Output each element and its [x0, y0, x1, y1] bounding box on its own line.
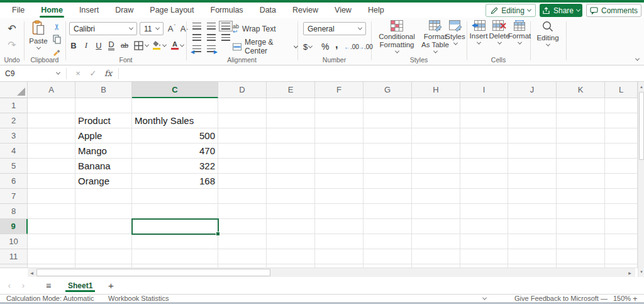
row-header-2[interactable]: 2 [0, 113, 28, 128]
horizontal-scrollbar[interactable]: ◀ ▶ [28, 268, 635, 277]
column-header-l[interactable]: L [605, 82, 638, 98]
column-header-k[interactable]: K [557, 82, 605, 98]
column-header-i[interactable]: I [460, 82, 508, 98]
cell-A8[interactable] [28, 204, 75, 219]
ribbon-tab-help[interactable]: Help [360, 3, 392, 18]
cell-A2[interactable] [28, 113, 75, 128]
align-left-button[interactable] [190, 32, 204, 43]
cell-L6[interactable] [605, 174, 638, 189]
column-header-b[interactable]: B [75, 82, 132, 98]
underline-button[interactable]: U [93, 39, 104, 52]
confirm-entry-button[interactable]: ✓ [86, 69, 101, 78]
increase-decimal-button[interactable]: ←.00 [344, 40, 359, 53]
align-right-button[interactable] [219, 32, 233, 43]
cell-L7[interactable] [605, 189, 638, 204]
row-header-7[interactable]: 7 [0, 189, 28, 204]
ribbon-tab-insert[interactable]: Insert [71, 3, 107, 18]
scroll-right-icon[interactable]: ▶ [626, 268, 634, 277]
cell-K9[interactable] [557, 219, 605, 234]
column-header-g[interactable]: G [364, 82, 412, 98]
cell-H10[interactable] [412, 234, 460, 249]
cell-L5[interactable] [605, 159, 638, 174]
cell-I4[interactable] [460, 144, 508, 159]
cell-A10[interactable] [28, 234, 75, 249]
cell-J2[interactable] [508, 113, 557, 128]
cell-C7[interactable] [132, 189, 218, 204]
cell-F8[interactable] [315, 204, 364, 219]
editing-menu-button[interactable]: Editing [535, 20, 560, 47]
status-options-chevron-icon[interactable] [482, 296, 487, 300]
cell-F11[interactable] [315, 249, 364, 264]
cell-G5[interactable] [364, 159, 412, 174]
cell-D6[interactable] [218, 174, 267, 189]
cell-D5[interactable] [218, 159, 267, 174]
cancel-entry-button[interactable]: × [70, 69, 86, 78]
cell-I6[interactable] [460, 174, 508, 189]
cell-H5[interactable] [412, 159, 460, 174]
cell-K10[interactable] [557, 234, 605, 249]
cell-C3[interactable]: 500 [132, 128, 218, 144]
cell-E7[interactable] [267, 189, 315, 204]
vertical-scrollbar-thumb[interactable] [639, 92, 644, 160]
cell-E4[interactable] [267, 144, 315, 159]
fill-color-button[interactable] [151, 39, 167, 52]
cell-F10[interactable] [315, 234, 364, 249]
format-cells-button[interactable]: Format [509, 20, 530, 45]
cell-H9[interactable] [412, 219, 460, 234]
cell-F2[interactable] [315, 113, 364, 128]
cell-A7[interactable] [28, 189, 75, 204]
cell-J1[interactable] [508, 98, 557, 113]
cell-E10[interactable] [267, 234, 315, 249]
fill-handle[interactable] [216, 232, 220, 236]
all-sheets-menu-icon[interactable]: ≡ [39, 281, 58, 291]
name-box[interactable]: C9 [0, 65, 66, 81]
cell-G2[interactable] [364, 113, 412, 128]
cell-B2[interactable]: Product [75, 113, 132, 128]
delete-cells-button[interactable]: Delete [489, 20, 509, 45]
cell-I11[interactable] [460, 249, 508, 264]
active-cell-selection[interactable] [131, 218, 219, 235]
cell-H8[interactable] [412, 204, 460, 219]
ribbon-tab-page-layout[interactable]: Page Layout [142, 3, 202, 18]
cell-H2[interactable] [412, 113, 460, 128]
align-middle-button[interactable] [204, 21, 218, 31]
cell-B5[interactable]: Banana [75, 159, 132, 174]
cell-D1[interactable] [218, 98, 267, 113]
cell-C1[interactable] [132, 98, 218, 113]
cell-J4[interactable] [508, 144, 557, 159]
scroll-down-icon[interactable]: ▼ [638, 267, 644, 276]
cell-K7[interactable] [557, 189, 605, 204]
cell-J9[interactable] [508, 219, 557, 234]
cell-G1[interactable] [364, 98, 412, 113]
number-format-select[interactable]: General [303, 22, 366, 35]
row-header-6[interactable]: 6 [0, 174, 28, 189]
cell-G7[interactable] [364, 189, 412, 204]
ribbon-tab-review[interactable]: Review [284, 3, 326, 18]
row-header-10[interactable]: 10 [0, 234, 28, 249]
cell-J8[interactable] [508, 204, 557, 219]
cell-E5[interactable] [267, 159, 315, 174]
cell-I5[interactable] [460, 159, 508, 174]
previous-sheet-icon[interactable]: ‹ [3, 281, 16, 290]
conditional-formatting-button[interactable]: Conditional Formatting [374, 20, 420, 53]
scroll-left-icon[interactable]: ◀ [28, 268, 36, 277]
cell-H7[interactable] [412, 189, 460, 204]
cell-L9[interactable] [605, 219, 638, 234]
cell-C2[interactable]: Monthly Sales [132, 113, 218, 128]
ribbon-tab-view[interactable]: View [326, 3, 360, 18]
cell-I9[interactable] [460, 219, 508, 234]
row-header-9[interactable]: 9 [0, 219, 28, 234]
borders-button[interactable] [133, 39, 149, 52]
font-size-select[interactable]: 11 [140, 22, 164, 35]
cell-G6[interactable] [364, 174, 412, 189]
cell-K8[interactable] [557, 204, 605, 219]
cell-J3[interactable] [508, 128, 557, 144]
share-button[interactable]: Share [540, 4, 582, 17]
cell-L8[interactable] [605, 204, 638, 219]
cell-J11[interactable] [508, 249, 557, 264]
row-header-11[interactable]: 11 [0, 249, 28, 264]
cell-D10[interactable] [218, 234, 267, 249]
italic-button[interactable]: I [80, 39, 92, 52]
editing-mode-button[interactable]: Editing [486, 4, 536, 17]
cell-B9[interactable] [75, 219, 132, 234]
